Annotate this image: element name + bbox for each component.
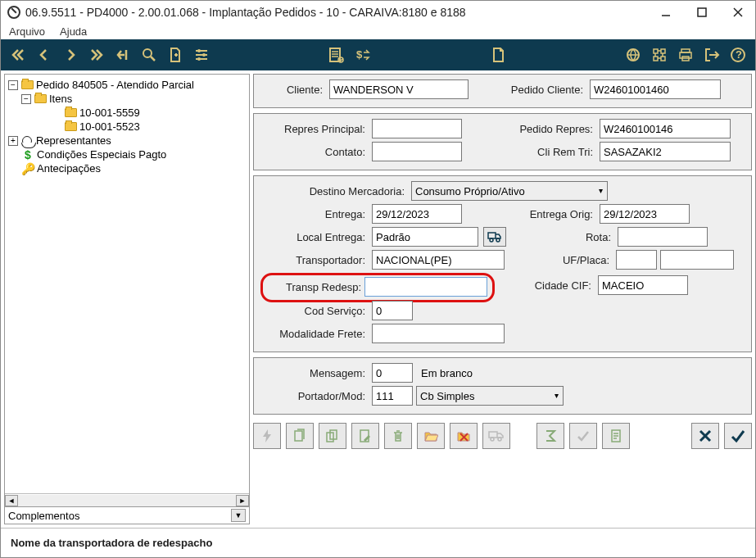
open-folder-button[interactable] — [417, 423, 445, 449]
tree-collapse-pedido[interactable]: − — [8, 80, 18, 90]
menu-ajuda[interactable]: Ajuda — [60, 25, 87, 38]
tree-node-cond[interactable]: Condições Especiais Pagto — [37, 148, 166, 161]
statusbar: Nome da transportadora de redespacho — [1, 528, 755, 557]
edit-doc-button[interactable] — [351, 423, 379, 449]
truck-action-button[interactable] — [482, 423, 510, 449]
svg-point-6 — [197, 49, 201, 52]
menu-arquivo[interactable]: Arquivo — [9, 25, 45, 38]
cliente-field[interactable] — [329, 79, 469, 99]
minimize-button[interactable] — [655, 4, 677, 20]
pedido-repres-field[interactable] — [600, 119, 731, 138]
local-entrega-label: Local Entrega: — [260, 231, 369, 243]
doc-action-button[interactable] — [602, 423, 630, 449]
complementos-row[interactable]: Complementos ▼ — [5, 506, 249, 524]
complementos-dropdown-button[interactable]: ▼ — [231, 509, 246, 522]
tree-node-itens[interactable]: Itens — [49, 93, 72, 105]
nav-prev-button[interactable] — [32, 43, 57, 67]
cidade-cif-field[interactable] — [598, 275, 688, 295]
svg-point-33 — [498, 438, 501, 441]
tree-node-item1[interactable]: 10-001-5559 — [79, 107, 140, 119]
folder-icon — [34, 93, 47, 105]
tree-node-antec[interactable]: Antecipações — [37, 162, 101, 175]
transportador-field[interactable] — [372, 250, 505, 270]
modalidade-frete-field[interactable] — [372, 324, 505, 343]
contato-label: Contato: — [260, 146, 369, 158]
svg-point-4 — [143, 49, 152, 57]
mensagem-desc: Em branco — [416, 367, 473, 379]
globe-button[interactable] — [621, 43, 645, 67]
contato-field[interactable] — [372, 142, 462, 161]
goto-button[interactable] — [111, 43, 135, 67]
entrega-field[interactable] — [372, 204, 462, 224]
tree-node-representantes[interactable]: Representantes — [36, 134, 111, 147]
settings-button[interactable] — [189, 43, 214, 67]
nav-last-button[interactable] — [84, 43, 109, 67]
rota-field[interactable] — [618, 227, 708, 247]
placa-field[interactable] — [660, 250, 734, 270]
money-action-button[interactable]: $ — [351, 43, 375, 67]
scroll-left-button[interactable]: ◄ — [5, 495, 18, 506]
svg-text:$: $ — [356, 48, 363, 61]
cancel-button[interactable] — [691, 423, 719, 449]
maximize-button[interactable] — [691, 4, 713, 20]
svg-rect-14 — [661, 49, 665, 53]
document-button[interactable] — [486, 43, 510, 67]
bolt-button[interactable] — [253, 423, 281, 449]
svg-rect-1 — [698, 8, 706, 16]
svg-rect-22 — [488, 233, 496, 238]
sum-button[interactable] — [536, 423, 564, 449]
check-action-button[interactable] — [569, 423, 597, 449]
portador-label: Portador/Mod: — [260, 390, 369, 402]
destino-label: Destino Mercadoria: — [260, 185, 408, 197]
new-doc-button[interactable] — [163, 43, 188, 67]
tree-hscrollbar[interactable]: ◄ ► — [5, 493, 249, 506]
copy2-button[interactable] — [319, 423, 346, 449]
tree-expand-representantes[interactable]: + — [8, 136, 18, 146]
cod-servico-label: Cod Serviço: — [260, 305, 369, 317]
list-action-button[interactable] — [324, 43, 349, 67]
form-action-row — [253, 420, 752, 456]
group-cliente: Cliente: Pedido Cliente: — [253, 74, 752, 108]
local-entrega-field[interactable] — [372, 227, 478, 247]
truck-button[interactable] — [483, 227, 506, 247]
search-button[interactable] — [137, 43, 161, 67]
confirm-button[interactable] — [724, 423, 752, 449]
portador-field[interactable] — [372, 386, 413, 406]
tree-node-item2[interactable]: 10-001-5523 — [79, 120, 140, 133]
close-button[interactable] — [727, 4, 749, 20]
mensagem-field[interactable] — [372, 363, 413, 383]
rota-label: Rota: — [509, 231, 614, 243]
tree-node-pedido[interactable]: Pedido 840505 - Atendido Parcial — [36, 79, 194, 91]
key-icon: 🔑 — [21, 163, 34, 175]
svg-rect-25 — [295, 431, 302, 441]
print-button[interactable] — [673, 43, 698, 67]
nav-next-button[interactable] — [58, 43, 83, 67]
delete-button[interactable] — [384, 423, 412, 449]
help-button[interactable]: ? — [726, 43, 750, 67]
tree-panel: − Pedido 840505 - Atendido Parcial − Ite… — [4, 74, 250, 524]
entrega-orig-label: Entrega Orig: — [465, 208, 596, 220]
tree-collapse-itens[interactable]: − — [21, 94, 31, 104]
entrega-orig-field[interactable] — [600, 204, 690, 224]
group-repres: Repres Principal: Pedido Repres: Contato… — [253, 113, 752, 170]
repres-principal-field[interactable] — [372, 119, 462, 138]
group-mensagem: Mensagem: Em branco Portador/Mod: ▾ — [253, 357, 752, 415]
mensagem-label: Mensagem: — [260, 367, 369, 379]
scroll-right-button[interactable]: ► — [236, 495, 249, 506]
exit-button[interactable] — [699, 43, 724, 67]
folder-icon — [20, 79, 34, 91]
folder-cancel-button[interactable] — [450, 423, 478, 449]
svg-rect-13 — [654, 49, 658, 53]
relations-button[interactable] — [647, 43, 672, 67]
destino-select[interactable] — [411, 181, 608, 201]
portador-mod-select[interactable] — [416, 386, 564, 406]
cli-rem-tri-field[interactable] — [600, 142, 731, 161]
cod-servico-field[interactable] — [372, 301, 413, 320]
svg-rect-16 — [661, 57, 665, 61]
nav-first-button[interactable] — [6, 43, 30, 67]
copy1-button[interactable] — [286, 423, 314, 449]
tree[interactable]: − Pedido 840505 - Atendido Parcial − Ite… — [5, 75, 249, 493]
uf-field[interactable] — [616, 250, 657, 270]
transp-redesp-field[interactable] — [364, 277, 487, 297]
pedido-cliente-field[interactable] — [590, 79, 721, 99]
